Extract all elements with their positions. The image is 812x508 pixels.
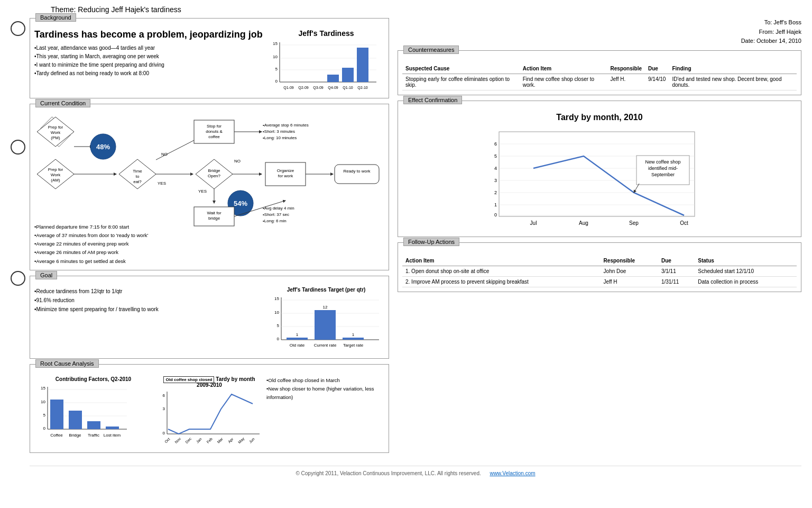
svg-text:donuts &: donuts &	[206, 129, 223, 134]
svg-text:YES: YES	[198, 189, 207, 194]
background-bar-chart: 15 10 5 0	[268, 40, 379, 93]
svg-line-39	[156, 138, 198, 160]
copyright: © Copyright 2011, Velaction Continuous I…	[296, 470, 481, 476]
background-chart-title: Jeff's Tardiness	[268, 29, 384, 38]
svg-text:Current rate: Current rate	[314, 343, 337, 348]
svg-text:12: 12	[323, 305, 328, 310]
svg-text:Dec: Dec	[184, 437, 192, 444]
cm-col-cause: Suspected Cause	[402, 64, 520, 74]
svg-text:10: 10	[274, 310, 279, 315]
velaction-link[interactable]: www.Velaction.com	[490, 470, 535, 476]
svg-text:15: 15	[41, 386, 45, 391]
svg-rect-12	[327, 75, 339, 82]
cm-col-responsible: Responsible	[607, 64, 645, 74]
goal-label: Goal	[35, 271, 57, 279]
circle-marker-2	[11, 140, 25, 155]
svg-text:2: 2	[494, 190, 497, 195]
svg-text:Ready to work: Ready to work	[343, 169, 371, 174]
svg-text:Target rate: Target rate	[343, 343, 364, 348]
svg-text:5: 5	[494, 153, 497, 159]
cm-cell-responsible: Jeff H.	[607, 74, 645, 90]
background-heading: Tardiness has become a problem, jeopardi…	[34, 29, 264, 41]
cm-cell-finding: ID'ed and tested new shop. Decent brew, …	[669, 74, 797, 90]
svg-text:•Short: 3 minutes: •Short: 3 minutes	[263, 129, 295, 134]
svg-text:10: 10	[273, 55, 278, 59]
fu-cell-due: 1/31/11	[658, 276, 695, 287]
follow-up-table: Action Item Responsible Due Status 1. Op…	[402, 256, 797, 287]
left-panel: Background Tardiness has become a proble…	[30, 18, 389, 458]
fu-col-due: Due	[658, 256, 695, 266]
fu-row: 1. Open donut shop on-site at officeJohn…	[402, 266, 797, 276]
svg-text:coffee: coffee	[208, 134, 220, 139]
countermeasures-table: Suspected Cause Action Item Responsible …	[402, 64, 797, 90]
effect-confirmation-label: Effect Confirmation	[403, 96, 462, 104]
goal-text: •Reduce tardiness from 12/qtr to 1/qtr•9…	[34, 287, 264, 354]
svg-text:15: 15	[273, 41, 278, 46]
svg-text:Wait for: Wait for	[207, 211, 222, 215]
svg-text:•Long: 6 min: •Long: 6 min	[263, 219, 287, 223]
theme-title: Theme: Reducing Jeff Hajek's tardiness	[51, 5, 801, 14]
current-condition-bullets: •Planned departure time 7:15 for 8:00 st…	[34, 223, 384, 266]
svg-text:Work: Work	[51, 130, 61, 135]
svg-rect-14	[357, 48, 368, 82]
svg-text:•Avg delay 4 min: •Avg delay 4 min	[263, 206, 294, 211]
follow-up-section: Follow-Up Actions Action Item Responsibl…	[398, 242, 801, 292]
svg-text:5: 5	[277, 323, 280, 328]
svg-text:Q2-10: Q2-10	[357, 86, 368, 90]
svg-text:Traffic: Traffic	[88, 433, 99, 438]
header-from: From: Jeff Hajek	[398, 28, 801, 37]
cm-col-due: Due	[645, 64, 669, 74]
svg-text:0: 0	[494, 212, 497, 217]
svg-text:6: 6	[494, 141, 497, 147]
tardy-monthly-svg: 6 3 0 Oct Nov D	[156, 389, 262, 447]
svg-rect-59	[335, 165, 379, 184]
svg-text:4: 4	[494, 166, 497, 171]
svg-text:1: 1	[296, 332, 299, 337]
svg-text:Feb: Feb	[206, 437, 213, 444]
svg-text:1: 1	[352, 332, 355, 337]
cf-title: Contributing Factors, Q2-2010	[34, 376, 152, 382]
svg-text:0: 0	[277, 337, 280, 341]
svg-text:0: 0	[43, 426, 46, 431]
svg-rect-83	[315, 310, 336, 340]
svg-text:5: 5	[43, 413, 46, 418]
goal-section: Goal •Reduce tardiness from 12/qtr to 1/…	[30, 276, 389, 359]
svg-rect-100	[69, 411, 82, 429]
svg-text:Q1-10: Q1-10	[343, 86, 353, 90]
svg-text:15: 15	[274, 296, 279, 301]
svg-text:10: 10	[41, 400, 45, 404]
svg-text:0: 0	[275, 79, 278, 84]
circle-marker-1	[11, 21, 25, 36]
svg-text:Organize: Organize	[277, 168, 294, 173]
goal-bar-chart: 15 10 5 0 1	[268, 295, 384, 353]
svg-text:Q2-09: Q2-09	[298, 86, 309, 90]
svg-text:YES: YES	[158, 181, 166, 186]
svg-text:Old rate: Old rate	[290, 343, 305, 348]
svg-text:Q3-09: Q3-09	[313, 86, 324, 90]
header-to: To: Jeff's Boss	[398, 18, 801, 28]
background-text: Tardiness has become a problem, jeopardi…	[34, 29, 264, 94]
fu-cell-action: 2. Improve AM process to prevent skippin…	[402, 276, 601, 287]
svg-rect-85	[343, 338, 364, 340]
svg-text:Sep: Sep	[629, 220, 639, 226]
background-section: Background Tardiness has become a proble…	[30, 18, 389, 98]
svg-text:Aug: Aug	[579, 220, 588, 226]
svg-text:•Short: 37 sec: •Short: 37 sec	[263, 212, 289, 217]
svg-text:Open?: Open?	[208, 174, 221, 178]
cm-col-finding: Finding	[669, 64, 797, 74]
svg-text:Lost item: Lost item	[104, 433, 121, 438]
header-info: To: Jeff's Boss From: Jeff Hajek Date: O…	[398, 18, 801, 46]
page: Theme: Reducing Jeff Hajek's tardiness B…	[0, 0, 812, 508]
svg-text:Prep for: Prep for	[48, 167, 63, 172]
svg-rect-81	[287, 338, 308, 340]
effect-chart: 6 5 4 3 2 1 0	[478, 126, 721, 232]
root-cause-section: Root Cause Analysis Contributing Factors…	[30, 364, 389, 453]
svg-text:Time: Time	[133, 169, 142, 174]
cm-row: Stopping early for coffee eliminates opt…	[402, 74, 797, 90]
svg-text:bridge: bridge	[208, 216, 220, 221]
goal-chart-title: Jeff's Tardiness Target (per qtr)	[268, 287, 384, 293]
svg-text:3: 3	[163, 406, 165, 411]
follow-up-label: Follow-Up Actions	[403, 238, 459, 246]
cm-cell-cause: Stopping early for coffee eliminates opt…	[402, 74, 520, 90]
fu-row: 2. Improve AM process to prevent skippin…	[402, 276, 797, 287]
